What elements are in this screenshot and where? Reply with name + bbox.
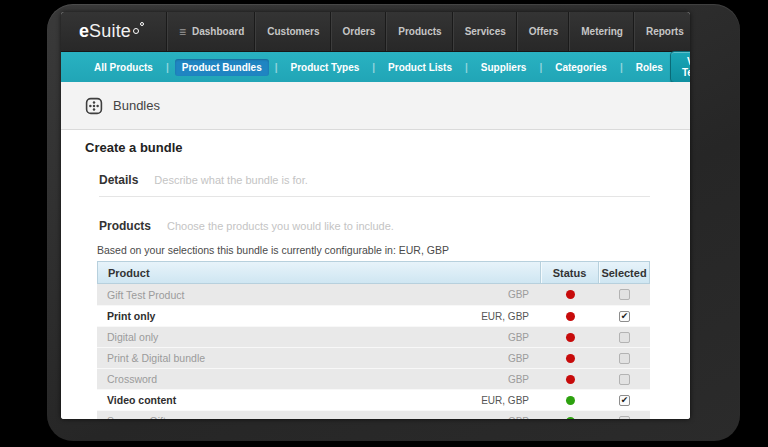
currency-label: GBP	[508, 416, 541, 420]
product-cell: Video contentEUR, GBP	[97, 390, 541, 410]
selected-cell: ✔	[599, 306, 650, 326]
selected-cell	[599, 327, 650, 347]
subnav-item-label: Product Lists	[381, 59, 459, 76]
product-cell: Print onlyEUR, GBP	[97, 306, 541, 326]
products-field: Products Choose the products you would l…	[99, 219, 650, 233]
nav-item-label: Offers	[529, 26, 558, 37]
product-cell: Summer GiftGBP	[97, 411, 541, 419]
column-header-status: Status	[540, 262, 598, 283]
nav-item-services[interactable]: Services	[453, 12, 517, 51]
subnav-item-label: Suppliers	[474, 59, 534, 76]
app-screen: eSuite ≡DashboardCustomersOrdersProducts…	[61, 12, 690, 419]
product-cell: CrosswordGBP	[97, 369, 541, 389]
virtual-terminal-button[interactable]: Virtual Terminal	[670, 51, 690, 83]
logo-text: Suite	[89, 21, 131, 42]
status-dot-red	[566, 290, 575, 299]
nav-item-label: Dashboard	[192, 26, 244, 37]
nav-item-label: Products	[398, 26, 441, 37]
status-cell	[541, 411, 599, 419]
status-cell	[541, 390, 599, 410]
status-dot-green	[566, 396, 575, 405]
table-row: Gift Test ProductGBP	[97, 284, 650, 305]
status-dot-red	[566, 375, 575, 384]
nav-item-products[interactable]: Products	[386, 12, 452, 51]
status-cell	[541, 284, 599, 305]
subnav-item-label: Categories	[548, 59, 614, 76]
subnav-item-suppliers[interactable]: Suppliers	[459, 59, 533, 76]
column-header-selected: Selected	[598, 262, 649, 283]
selected-cell	[599, 284, 650, 305]
products-label: Products	[99, 219, 151, 233]
row-checkbox[interactable]: ✔	[619, 395, 630, 406]
product-cell: Print & Digital bundleGBP	[97, 348, 541, 368]
subnav-item-roles[interactable]: Roles	[614, 59, 670, 76]
subnav-item-label: All Products	[87, 59, 160, 76]
subnav-item-product-bundles[interactable]: Product Bundles	[160, 59, 269, 76]
status-cell	[541, 306, 599, 326]
nav-item-customers[interactable]: Customers	[255, 12, 330, 51]
page-title: Bundles	[113, 98, 160, 113]
row-checkbox[interactable]	[619, 332, 630, 343]
table-row: Digital onlyGBP	[97, 326, 650, 347]
details-placeholder: Describe what the bundle is for.	[154, 174, 307, 186]
subnav-item-label: Product Types	[284, 59, 367, 76]
subnav-item-label: Product Bundles	[175, 59, 269, 76]
logo-bubbles-icon	[132, 21, 147, 43]
nav-item-label: Services	[465, 26, 506, 37]
table-body: Gift Test ProductGBPPrint onlyEUR, GBP✔D…	[97, 284, 650, 419]
row-checkbox[interactable]	[619, 289, 630, 300]
row-checkbox[interactable]	[619, 374, 630, 385]
currency-label: EUR, GBP	[481, 395, 541, 406]
product-name: Digital only	[107, 331, 158, 343]
products-placeholder: Choose the products you would like to in…	[167, 220, 394, 232]
nav-item-dashboard[interactable]: ≡Dashboard	[167, 12, 255, 51]
products-table: Product Status Selected Gift Test Produc…	[97, 261, 650, 419]
status-dot-red	[566, 354, 575, 363]
nav-item-orders[interactable]: Orders	[331, 12, 387, 51]
top-nav-bar: eSuite ≡DashboardCustomersOrdersProducts…	[61, 12, 690, 52]
subnav-item-product-types[interactable]: Product Types	[269, 59, 367, 76]
row-checkbox[interactable]	[619, 353, 630, 364]
nav-item-metering[interactable]: Metering	[569, 12, 634, 51]
table-header: Product Status Selected	[97, 261, 650, 284]
row-checkbox[interactable]: ✔	[619, 311, 630, 322]
currency-label: GBP	[508, 353, 541, 364]
content-area: Create a bundle Details Describe what th…	[61, 130, 690, 419]
nav-item-reports[interactable]: Reports	[634, 12, 690, 51]
page-header: Bundles	[61, 82, 690, 130]
details-field[interactable]: Details Describe what the bundle is for.	[99, 173, 650, 197]
logo-text-bold: e	[79, 21, 89, 42]
details-label: Details	[99, 173, 138, 187]
product-cell: Digital onlyGBP	[97, 327, 541, 347]
device-frame: eSuite ≡DashboardCustomersOrdersProducts…	[47, 4, 740, 441]
row-checkbox[interactable]	[619, 416, 630, 420]
selected-cell	[599, 411, 650, 419]
menu-icon: ≡	[179, 25, 186, 39]
create-bundle-heading: Create a bundle	[85, 140, 690, 155]
main-menu: ≡DashboardCustomersOrdersProductsService…	[167, 12, 690, 51]
subnav-item-product-lists[interactable]: Product Lists	[366, 59, 459, 76]
table-row: Summer GiftGBP	[97, 410, 650, 419]
status-cell	[541, 369, 599, 389]
subnav-item-all-products[interactable]: All Products	[87, 59, 160, 76]
table-row: Print & Digital bundleGBP	[97, 347, 650, 368]
subnav-item-categories[interactable]: Categories	[533, 59, 614, 76]
product-cell: Gift Test ProductGBP	[97, 284, 541, 305]
table-row: Print onlyEUR, GBP✔	[97, 305, 650, 326]
nav-item-label: Customers	[267, 26, 319, 37]
bundles-icon	[85, 97, 103, 115]
esuite-logo: eSuite	[61, 12, 167, 51]
nav-item-label: Metering	[581, 26, 623, 37]
nav-item-offers[interactable]: Offers	[517, 12, 569, 51]
nav-item-label: Orders	[343, 26, 376, 37]
selected-cell: ✔	[599, 390, 650, 410]
currency-label: GBP	[508, 332, 541, 343]
product-name: Print only	[107, 310, 155, 322]
product-name: Gift Test Product	[107, 289, 184, 301]
status-cell	[541, 348, 599, 368]
configurable-note: Based on your selections this bundle is …	[97, 244, 690, 256]
nav-item-label: Reports	[646, 26, 684, 37]
currency-label: EUR, GBP	[481, 311, 541, 322]
currency-label: GBP	[508, 289, 541, 300]
status-cell	[541, 327, 599, 347]
